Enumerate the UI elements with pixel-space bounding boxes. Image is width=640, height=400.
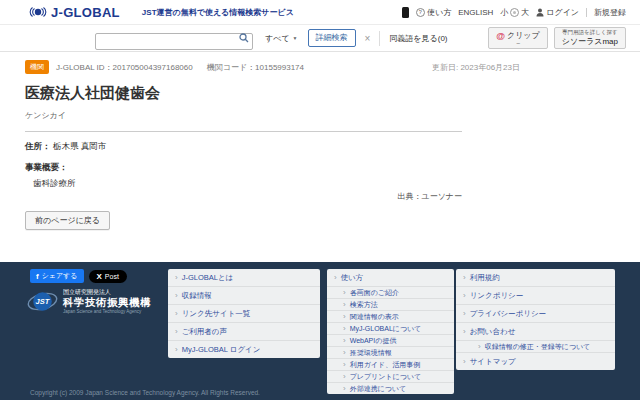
font-large-button[interactable]: 大 [521, 7, 529, 18]
footer-link-myjglobal-login[interactable]: ›MyJ-GLOBAL ログイン [168, 341, 320, 358]
jglobal-id: J-GLOBAL ID：201705004397168060 [56, 62, 193, 73]
footer-link-label: MyJ-GLOBALについて [350, 325, 422, 333]
register-label: 新規登録 [594, 7, 626, 18]
footer-link-terms[interactable]: ›利用規約 [456, 269, 615, 287]
scope-label: すべて [265, 33, 290, 44]
business-value: 歯科診療所 [25, 178, 615, 190]
font-small-button[interactable]: 小 [500, 7, 508, 18]
footer-column-policies: ›利用規約 ›リンクポリシー ›プライバシーポリシー ›お問い合わせ ›収録情報… [456, 269, 615, 370]
copyright-text: Copyright (c) 2009 Japan Science and Tec… [30, 389, 260, 396]
footer-link-label: 収録情報 [182, 291, 212, 300]
j-global-logo-icon [28, 5, 48, 19]
chevron-right-icon: › [343, 301, 346, 309]
footer-link-preprint[interactable]: ›プレプリントについて [327, 371, 454, 383]
minimize-icon: − [516, 41, 520, 46]
search-box [95, 30, 253, 47]
jst-logo[interactable]: JST 国立研究開発法人 科学技術振興機構 Japan Science and … [27, 289, 151, 314]
chevron-right-icon: › [463, 328, 466, 336]
chevron-right-icon: › [175, 328, 178, 336]
english-label: ENGLISH [458, 8, 493, 17]
chevron-right-icon: › [343, 325, 346, 333]
x-icon: X [97, 272, 102, 281]
footer-link-label: 推奨環境情報 [350, 349, 392, 357]
j-global-logo[interactable]: J-GLOBAL [28, 5, 120, 20]
footer-link-webapi[interactable]: ›WebAPIの提供 [327, 335, 454, 347]
share-buttons: f シェアする X Post [30, 269, 127, 283]
footer-link-link-policy[interactable]: ›リンクポリシー [456, 287, 615, 305]
synonym-link[interactable]: 同義語を見る(0) [389, 33, 447, 44]
paperclip-icon: @ [496, 31, 505, 41]
smartphone-icon[interactable] [402, 7, 409, 18]
footer-link-about-myjglobal[interactable]: ›MyJ-GLOBALについて [327, 323, 454, 335]
record-type-badge: 機関 [25, 60, 49, 74]
page-title: 医療法人社団健歯会 [25, 84, 615, 103]
chevron-right-icon: › [343, 337, 346, 345]
jst-org-name: 科学技術振興機構 [63, 296, 151, 308]
footer-link-label: 外部連携について [350, 385, 407, 393]
help-link[interactable]: ？ 使い方 [416, 7, 451, 18]
english-link[interactable]: ENGLISH [458, 8, 493, 17]
business-row: 事業概要： [25, 162, 615, 174]
footer-link-label: 検索方法 [350, 301, 378, 309]
facebook-share-button[interactable]: f シェアする [30, 269, 84, 283]
footer-link-about[interactable]: ›J-GLOBALとは [168, 269, 320, 287]
x-post-button[interactable]: X Post [89, 270, 127, 283]
title-kana: ケンシカイ [25, 110, 615, 121]
search-input[interactable] [95, 33, 253, 50]
footer-link-contact[interactable]: ›お問い合わせ [456, 323, 615, 341]
footer-link-user-voices[interactable]: ›ご利用者の声 [168, 323, 320, 341]
jst-org-text: 国立研究開発法人 科学技術振興機構 Japan Science and Tech… [63, 289, 151, 314]
search-bar: すべて ▼ 詳細検索 × 同義語を見る(0) @ クリップ − 専門用語を詳しく… [0, 25, 640, 52]
advanced-search-button[interactable]: 詳細検索 [308, 29, 356, 47]
footer-link-label: リンク先サイト一覧 [182, 309, 251, 318]
search-scope-dropdown[interactable]: すべて ▼ [265, 33, 298, 44]
register-link[interactable]: 新規登録 [594, 7, 626, 18]
footer-link-label: リンクポリシー [470, 291, 524, 300]
footer-link-label: 使い方 [341, 273, 364, 282]
user-icon [536, 8, 544, 17]
footer-link-label: ご利用者の声 [182, 327, 227, 336]
jst-logo-icon: JST [27, 290, 58, 313]
footer-link-label: WebAPIの提供 [350, 337, 397, 345]
jst-logo-text: JST [27, 297, 58, 306]
footer-link-linked-sites[interactable]: ›リンク先サイト一覧 [168, 305, 320, 323]
footer-link-screens-intro[interactable]: ›各画面のご紹介 [327, 287, 454, 299]
chevron-right-icon: › [343, 349, 346, 357]
footer-link-related-info[interactable]: ›関連情報の表示 [327, 311, 454, 323]
search-icon[interactable] [239, 33, 249, 43]
font-size-icon[interactable] [510, 8, 519, 17]
chevron-right-icon: › [175, 292, 178, 300]
footer-link-collected-info[interactable]: ›収録情報 [168, 287, 320, 305]
jst-org-name-en: Japan Science and Technology Agency [63, 309, 151, 314]
footer-link-privacy-policy[interactable]: ›プライバシーポリシー [456, 305, 615, 323]
footer-link-label: 利用規約 [470, 273, 500, 282]
footer-column-howto: ›使い方 ›各画面のご紹介 ›検索方法 ›関連情報の表示 ›MyJ-GLOBAL… [327, 269, 454, 394]
footer-link-howto[interactable]: ›使い方 [327, 269, 454, 287]
footer-link-sitemap[interactable]: ›サイトマップ [456, 353, 615, 370]
footer-column-about: ›J-GLOBALとは ›収録情報 ›リンク先サイト一覧 ›ご利用者の声 ›My… [168, 269, 320, 358]
chevron-right-icon: › [343, 373, 346, 381]
chevron-right-icon: › [463, 358, 466, 366]
footer-link-environment[interactable]: ›推奨環境情報 [327, 347, 454, 359]
close-icon[interactable]: × [365, 33, 371, 44]
source-note: 出典：ユーソナー [25, 191, 462, 202]
record-id-row: 機関 J-GLOBAL ID：201705004397168060 機関コード：… [25, 60, 520, 74]
business-label: 事業概要： [25, 162, 68, 172]
top-header: J-GLOBAL JST運営の無料で使える情報検索サービス ？ 使い方 ENGL… [0, 0, 640, 25]
footer-link-label: プレプリントについて [350, 373, 422, 381]
clip-button[interactable]: @ クリップ − [488, 27, 548, 49]
address-value: 栃木県 真岡市 [53, 141, 106, 151]
nav-divider [586, 8, 587, 17]
footer-link-correction-registration[interactable]: ›収録情報の修正・登録等について [456, 341, 615, 353]
back-button[interactable]: 前のページに戻る [25, 211, 110, 230]
footer-link-label: 各画面のご紹介 [350, 289, 399, 297]
thesaurus-label: シソーラスmap [562, 36, 618, 47]
thesaurus-map-button[interactable]: 専門用語を詳しく探す シソーラスmap [554, 27, 626, 49]
footer-link-label: 利用ガイド、活用事例 [350, 361, 421, 369]
footer-link-external-cooperation[interactable]: ›外部連携について [327, 383, 454, 394]
search-divider [379, 31, 380, 46]
footer-link-guide-cases[interactable]: ›利用ガイド、活用事例 [327, 359, 454, 371]
login-link[interactable]: ログイン [536, 7, 579, 18]
footer-link-search-method[interactable]: ›検索方法 [327, 299, 454, 311]
chevron-right-icon: › [343, 361, 346, 369]
